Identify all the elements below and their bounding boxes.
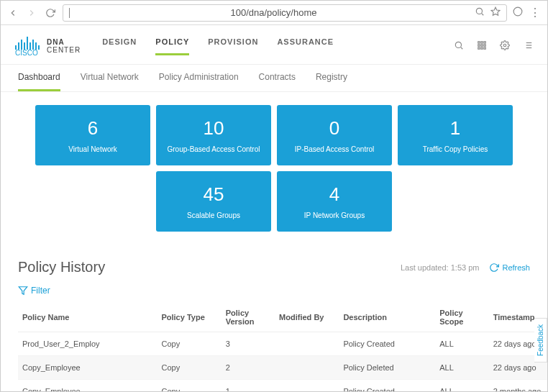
svg-rect-11: [484, 44, 485, 45]
nav-policy[interactable]: POLICY: [155, 37, 189, 55]
primary-nav: DESIGN POLICY PROVISION ASSURANCE: [102, 37, 334, 55]
search-icon[interactable]: [454, 40, 464, 53]
tile-count: 45: [204, 183, 224, 206]
svg-line-1: [482, 14, 484, 16]
modified-by-cell: [275, 380, 339, 393]
tile-label: Traffic Copy Policies: [423, 145, 488, 153]
col-policy-name[interactable]: Policy Name: [18, 303, 157, 332]
policy-type-cell: Copy: [157, 332, 221, 356]
app-header: CISCO DNA CENTER DESIGN POLICY PROVISION…: [1, 25, 547, 65]
apps-grid-icon[interactable]: [477, 40, 487, 53]
tile-scalable-groups[interactable]: 45 Scalable Groups: [156, 171, 271, 232]
policy-name-cell: Copy_Employee: [18, 356, 157, 380]
page-title: Policy History: [18, 259, 105, 275]
description-cell: Policy Created: [339, 332, 435, 356]
tab-virtual-network[interactable]: Virtual Network: [81, 72, 139, 91]
header-utilities: [454, 40, 533, 53]
cisco-logo: CISCO DNA CENTER: [15, 35, 81, 57]
tile-ip-based-access-control[interactable]: 0 IP-Based Access Control: [277, 105, 392, 165]
svg-point-4: [455, 42, 461, 47]
tab-policy-administration[interactable]: Policy Administration: [159, 72, 239, 91]
description-cell: Policy Deleted: [339, 356, 435, 380]
policy-type-cell: Copy: [157, 380, 221, 393]
col-policy-scope[interactable]: Policy Scope: [435, 303, 488, 332]
tab-contracts[interactable]: Contracts: [259, 72, 296, 91]
profile-icon[interactable]: [513, 6, 523, 19]
dashboard-tiles: 6 Virtual Network 10 Group-Based Access …: [1, 92, 547, 245]
col-description[interactable]: Description: [339, 303, 435, 332]
tab-registry[interactable]: Registry: [316, 72, 347, 91]
tile-virtual-network[interactable]: 6 Virtual Network: [35, 105, 150, 165]
policy-name-link[interactable]: Prod_User_2_Employ: [18, 332, 157, 356]
svg-rect-9: [478, 44, 480, 45]
scope-cell: ALL: [435, 380, 488, 393]
tile-ip-network-groups[interactable]: 4 IP Network Groups: [277, 171, 392, 232]
modified-by-cell: [275, 332, 339, 356]
modified-by-cell: [275, 356, 339, 380]
tile-group-based-access-control[interactable]: 10 Group-Based Access Control: [156, 105, 271, 165]
tile-label: Scalable Groups: [187, 211, 240, 219]
policy-history-table: Policy Name Policy Type Policy Version M…: [18, 303, 548, 392]
filter-label: Filter: [31, 286, 50, 296]
table-row: Copy_Employee Copy 2 Policy Deleted ALL …: [18, 356, 548, 380]
reload-button[interactable]: [44, 6, 57, 19]
svg-point-15: [503, 44, 506, 47]
gear-icon[interactable]: [500, 40, 510, 53]
product-name-line2: CENTER: [47, 46, 81, 54]
back-button[interactable]: [6, 6, 19, 19]
search-icon[interactable]: [475, 6, 485, 19]
secondary-nav: Dashboard Virtual Network Policy Adminis…: [1, 65, 547, 92]
policy-version-cell: 3: [222, 332, 275, 356]
tile-count: 1: [450, 117, 460, 140]
list-icon[interactable]: [523, 40, 533, 53]
refresh-button[interactable]: Refresh: [489, 263, 530, 273]
tile-traffic-copy-policies[interactable]: 1 Traffic Copy Policies: [398, 105, 513, 165]
cisco-bars-icon: [15, 35, 40, 50]
tile-count: 4: [329, 183, 339, 206]
tab-dashboard[interactable]: Dashboard: [18, 72, 60, 91]
tile-label: IP-Based Access Control: [295, 145, 375, 153]
address-cursor: [69, 8, 70, 18]
svg-rect-10: [481, 44, 483, 45]
col-policy-type[interactable]: Policy Type: [157, 303, 221, 332]
description-cell: Policy Created: [339, 380, 435, 393]
feedback-tab[interactable]: Feedback: [534, 318, 547, 363]
svg-rect-8: [484, 41, 485, 42]
product-name-line1: DNA: [47, 38, 81, 46]
tile-label: Virtual Network: [68, 145, 117, 153]
last-updated-text: Last updated: 1:53 pm: [401, 263, 479, 272]
tile-count: 0: [329, 117, 339, 140]
policy-type-cell: Copy: [157, 356, 221, 380]
cisco-wordmark: CISCO: [15, 50, 40, 57]
policy-version-cell: 2: [222, 356, 275, 380]
browser-menu-icon[interactable]: ⋮: [529, 6, 542, 19]
bookmark-star-icon[interactable]: [490, 6, 501, 19]
address-bar[interactable]: 100/dna/policy/home: [63, 4, 507, 22]
browser-toolbar: 100/dna/policy/home ⋮: [1, 1, 547, 25]
policy-history-header: Policy History Last updated: 1:53 pm Ref…: [1, 245, 547, 281]
scope-cell: ALL: [435, 356, 488, 380]
svg-rect-7: [481, 41, 483, 42]
table-row: Prod_User_2_Employ Copy 3 Policy Created…: [18, 332, 548, 356]
svg-rect-6: [478, 41, 480, 42]
svg-rect-12: [478, 47, 480, 48]
col-policy-version[interactable]: Policy Version: [222, 303, 275, 332]
nav-provision[interactable]: PROVISION: [208, 37, 258, 55]
filter-button[interactable]: Filter: [18, 286, 530, 296]
col-modified-by[interactable]: Modified By: [275, 303, 339, 332]
nav-design[interactable]: DESIGN: [102, 37, 137, 55]
nav-assurance[interactable]: ASSURANCE: [277, 37, 334, 55]
svg-line-5: [461, 47, 463, 49]
address-url: 100/dna/policy/home: [231, 7, 317, 18]
table-row: Copy_Employee Copy 1 Policy Created ALL …: [18, 380, 548, 393]
svg-point-3: [513, 7, 522, 16]
tile-count: 10: [204, 117, 224, 140]
tile-label: IP Network Groups: [304, 211, 365, 219]
policy-name-cell: Copy_Employee: [18, 380, 157, 393]
svg-marker-2: [491, 7, 500, 15]
table-header-row: Policy Name Policy Type Policy Version M…: [18, 303, 548, 332]
policy-version-cell: 1: [222, 380, 275, 393]
svg-point-0: [476, 8, 482, 14]
forward-button[interactable]: [25, 6, 38, 19]
scope-cell: ALL: [435, 332, 488, 356]
